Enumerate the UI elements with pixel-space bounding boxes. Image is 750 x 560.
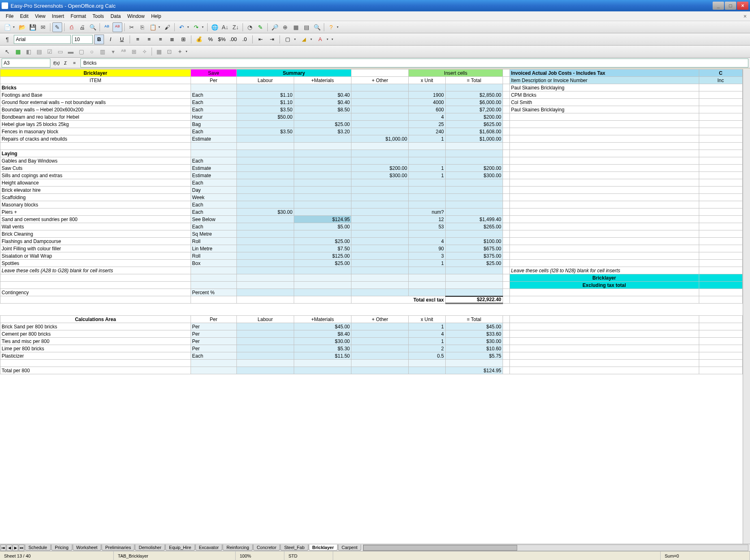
font-color-icon[interactable]: A [315,35,325,44]
number-icon[interactable]: $% [217,35,227,44]
minimize-button[interactable]: _ [713,2,724,10]
combobox-icon[interactable]: ▾ [108,47,118,56]
cut-icon[interactable]: ✂ [127,22,137,32]
equals-icon[interactable]: = [70,59,79,67]
chart-icon[interactable]: ◔ [245,22,255,32]
menu-file[interactable]: File [2,12,17,20]
form-design-icon[interactable]: ▦ [154,47,164,56]
window-title: Easy-Pro Screenshots - OpenOffice.org Ca… [11,3,713,9]
gallery-icon[interactable]: ▦ [291,22,301,32]
textbox-icon[interactable]: ▭ [55,47,65,56]
copy-icon[interactable]: ⎘ [137,22,147,32]
cell-reference-input[interactable] [2,59,50,67]
menu-edit[interactable]: Edit [17,12,32,20]
form-toolbar: ↖ ▦ ◧ ▤ ☑ ▭ ▬ ▢ ○ ▥ ▾ ᴬᴮ ⊞ ✧ ▦ ⊡ ✦ ▾ [0,46,750,58]
undo-icon[interactable]: ↶ [177,22,186,32]
navigator-icon[interactable]: ⊕ [280,22,290,32]
percent-icon[interactable]: % [206,35,215,44]
design-mode-icon[interactable]: ▦ [13,47,23,56]
new-icon[interactable]: 📄 [2,22,12,32]
menu-view[interactable]: View [32,12,49,20]
increase-indent-icon[interactable]: ⇥ [267,35,277,44]
formula-input[interactable] [80,59,748,67]
listbox-icon[interactable]: ▥ [98,47,107,56]
option-icon[interactable]: ○ [87,47,97,56]
font-name-input[interactable] [14,35,71,44]
merge-icon[interactable]: ⊞ [178,35,188,44]
edit-icon[interactable]: ✎ [52,22,62,32]
form-nav-icon[interactable]: ⊡ [165,47,174,56]
hyperlink-icon[interactable]: 🌐 [210,22,219,32]
borders-icon[interactable]: ▢ [283,35,293,44]
draw-icon[interactable]: ✎ [256,22,265,32]
find-icon[interactable]: 🔎 [270,22,280,32]
wizard-icon[interactable]: ✧ [140,47,150,56]
italic-button[interactable]: I [106,35,115,44]
justify-icon[interactable]: ≣ [167,35,177,44]
currency-icon[interactable]: 💰 [194,35,204,44]
format-paint-icon[interactable]: 🖌 [163,22,172,32]
menu-window[interactable]: Window [124,12,148,20]
redo-icon[interactable]: ↷ [191,22,201,32]
help-icon[interactable]: ? [326,22,336,32]
control-icon[interactable]: ◧ [24,47,33,56]
font-size-input[interactable] [72,35,93,44]
align-left-icon[interactable]: ≡ [133,35,143,44]
datasources-icon[interactable]: ▤ [301,22,311,32]
spellcheck-icon[interactable]: ᴬᴮ [102,22,112,32]
zoom-icon[interactable]: 🔍 [312,22,322,32]
standard-toolbar: 📄▾ 📂 💾 ✉ ✎ ⎙ 🖨 🔍 ᴬᴮ ᴬᴮ ✂ ⎘ 📋▾ 🖌 ↶▾ ↷▾ 🌐 … [0,21,750,33]
sort-asc-icon[interactable]: A↓ [220,22,230,32]
app-icon [2,2,8,9]
format-toolbar: ¶ B I U ≡ ≡ ≡ ≣ ⊞ 💰 % $% .00 .0 ⇤ ⇥ ▢▾ ◢… [0,33,750,46]
bold-button[interactable]: B [94,35,104,44]
decrease-indent-icon[interactable]: ⇤ [256,35,265,44]
close-document-button[interactable]: × [743,13,747,20]
formula-bar: f(x) Σ = [0,58,750,68]
auto-focus-icon[interactable]: ✦ [175,47,185,56]
styles-icon[interactable]: ¶ [2,35,12,44]
pdf-icon[interactable]: ⎙ [67,22,76,32]
form-icon[interactable]: ▤ [34,47,44,56]
menu-bar: File Edit View Insert Format Tools Data … [0,11,750,21]
menu-tools[interactable]: Tools [89,12,107,20]
close-button[interactable]: × [737,2,748,10]
underline-button[interactable]: U [117,35,127,44]
checkbox-icon[interactable]: ☑ [45,47,54,56]
menu-format[interactable]: Format [67,12,89,20]
pushbutton-icon[interactable]: ▢ [76,47,86,56]
more-controls-icon[interactable]: ⊞ [129,47,139,56]
maximize-button[interactable]: □ [725,2,736,10]
email-icon[interactable]: ✉ [38,22,48,32]
formatted-icon[interactable]: ▬ [66,47,76,56]
sort-desc-icon[interactable]: Z↓ [231,22,241,32]
function-wizard-icon[interactable]: f(x) [52,59,61,67]
autospell-icon[interactable]: ᴬᴮ [113,22,122,32]
save-icon[interactable]: 💾 [28,22,37,32]
bg-color-icon[interactable]: ◢ [299,35,309,44]
paste-icon[interactable]: 📋 [148,22,158,32]
remove-decimal-icon[interactable]: .0 [240,35,249,44]
window-titlebar: Easy-Pro Screenshots - OpenOffice.org Ca… [0,0,750,11]
open-icon[interactable]: 📂 [17,22,27,32]
sum-icon[interactable]: Σ [61,59,70,67]
preview-icon[interactable]: 🔍 [88,22,98,32]
menu-insert[interactable]: Insert [49,12,67,20]
label-icon[interactable]: ᴬᴮ [119,47,128,56]
print-icon[interactable]: 🖨 [77,22,87,32]
add-decimal-icon[interactable]: .00 [228,35,238,44]
align-center-icon[interactable]: ≡ [144,35,154,44]
menu-help[interactable]: Help [148,12,165,20]
menu-data[interactable]: Data [107,12,124,20]
select-icon[interactable]: ↖ [2,47,12,56]
align-right-icon[interactable]: ≡ [156,35,165,44]
